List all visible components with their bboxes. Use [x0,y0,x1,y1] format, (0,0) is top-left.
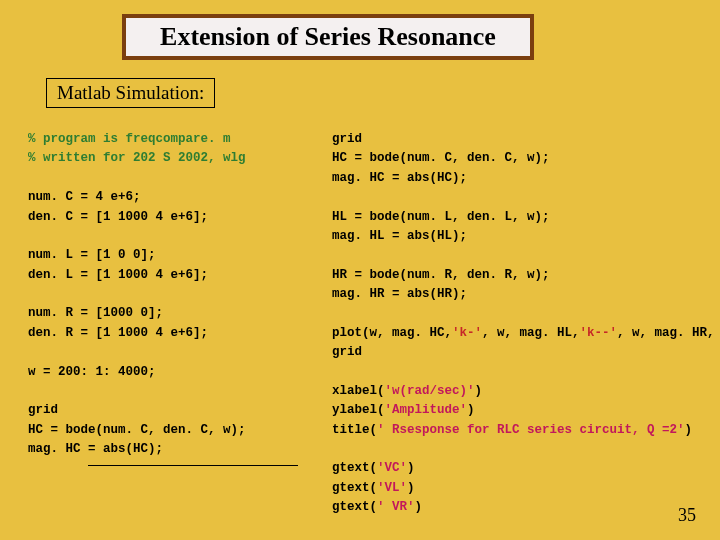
code-line: w = 200: 1: 4000; [28,365,156,379]
code-line: num. R = [1000 0]; [28,306,163,320]
code-line: plot(w, mag. HC,'k-', w, mag. HL,'k--', … [332,326,720,340]
code-line: title(' Rsesponse for RLC series circuit… [332,423,692,437]
code-line: grid [332,132,362,146]
code-line: mag. HR = abs(HR); [332,287,467,301]
code-line: HR = bode(num. R, den. R, w); [332,268,550,282]
code-line: den. R = [1 1000 4 e+6]; [28,326,208,340]
code-line: mag. HC = abs(HC); [28,442,163,456]
code-line: mag. HL = abs(HL); [332,229,467,243]
code-line: mag. HC = abs(HC); [332,171,467,185]
subtitle-box: Matlab Simulation: [46,78,215,108]
code-column-left: % program is freqcompare. m % written fo… [28,130,318,466]
code-line: HC = bode(num. C, den. C, w); [332,151,550,165]
comment-line: % program is freqcompare. m [28,132,231,146]
code-line: gtext(' VR') [332,500,422,514]
code-line: HC = bode(num. C, den. C, w); [28,423,246,437]
slide: Extension of Series Resonance Matlab Sim… [0,0,720,540]
code-line: num. L = [1 0 0]; [28,248,156,262]
code-line: grid [28,403,58,417]
code-line: den. L = [1 1000 4 e+6]; [28,268,208,282]
code-line: xlabel('w(rad/sec)') [332,384,482,398]
divider-line [88,465,298,466]
code-line: grid [332,345,362,359]
code-line: num. C = 4 e+6; [28,190,141,204]
comment-line: % written for 202 S 2002, wlg [28,151,246,165]
slide-title: Extension of Series Resonance [122,14,534,60]
code-line: ylabel('Amplitude') [332,403,475,417]
code-line: den. C = [1 1000 4 e+6]; [28,210,208,224]
page-number: 35 [678,505,696,526]
code-line: gtext('VC') [332,461,415,475]
code-line: HL = bode(num. L, den. L, w); [332,210,550,224]
code-column-right: grid HC = bode(num. C, den. C, w); mag. … [332,130,712,518]
code-line: gtext('VL') [332,481,415,495]
